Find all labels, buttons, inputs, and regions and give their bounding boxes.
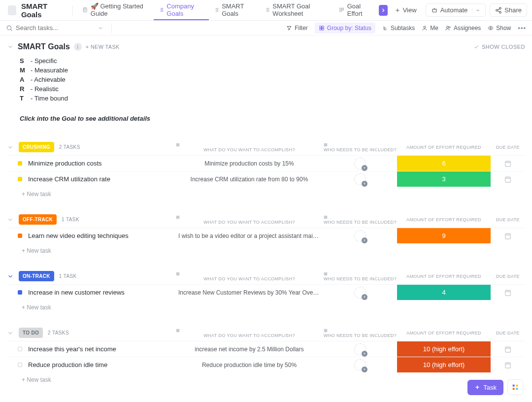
new-task-header-button[interactable]: + NEW TASK xyxy=(86,44,120,50)
automate-button[interactable]: Automate xyxy=(426,3,486,17)
col-who[interactable]: WHO NEEDS TO BE INCLUDED? xyxy=(323,215,397,225)
assignees-button[interactable]: Assignees xyxy=(445,25,481,32)
task-accomplish[interactable]: Minimize production costs by 15% xyxy=(175,160,323,167)
col-accomplish[interactable]: WHAT DO YOU WANT TO ACCOMPLISH? xyxy=(175,328,323,338)
assignee-placeholder-icon[interactable] xyxy=(354,173,366,185)
task-accomplish[interactable]: Reduce production idle time by 50% xyxy=(175,362,323,368)
assignee-placeholder-icon[interactable] xyxy=(354,158,366,169)
col-who[interactable]: WHO NEEDS TO BE INCLUDED? xyxy=(323,271,397,281)
task-name[interactable]: Increase CRM utilization rate xyxy=(28,175,175,183)
task-due[interactable] xyxy=(491,361,525,369)
col-due[interactable]: DUE DATE xyxy=(491,331,525,335)
share-button[interactable]: Share xyxy=(490,3,527,17)
assignee-placeholder-icon[interactable] xyxy=(354,359,366,371)
new-task-button[interactable]: + New task xyxy=(7,187,525,198)
show-button[interactable]: Show xyxy=(488,25,511,32)
task-effort[interactable]: 10 (high effort) xyxy=(397,341,491,357)
show-closed-button[interactable]: SHOW CLOSED xyxy=(473,44,525,50)
task-effort[interactable]: 10 (high effort) xyxy=(397,357,491,372)
task-due[interactable] xyxy=(491,175,525,183)
info-icon[interactable]: i xyxy=(74,43,82,51)
task-name[interactable]: Learn new video editing techniques xyxy=(28,232,175,239)
task-accomplish[interactable]: increase net income by 2.5 Million Dolla… xyxy=(175,346,323,353)
filter-button[interactable]: Filter xyxy=(286,25,308,32)
task-assignee[interactable] xyxy=(323,158,397,169)
col-accomplish[interactable]: WHAT DO YOU WANT TO ACCOMPLISH? xyxy=(175,142,323,152)
app-launcher-button[interactable] xyxy=(507,379,523,395)
task-name[interactable]: Increase in new customer reviews xyxy=(28,289,175,296)
tab-getting-started[interactable]: 🚀 Getting Started Guide xyxy=(77,0,154,20)
col-due[interactable]: DUE DATE xyxy=(491,145,525,150)
task-row[interactable]: Minimize production costs Minimize produ… xyxy=(7,155,525,171)
status-pill[interactable]: OFF-TRACK xyxy=(19,214,57,225)
status-square-icon[interactable] xyxy=(18,290,22,295)
more-button[interactable]: ••• xyxy=(518,24,526,32)
new-task-fab[interactable]: Task xyxy=(467,380,503,395)
status-square-icon[interactable] xyxy=(18,363,22,367)
task-assignee[interactable] xyxy=(323,343,397,355)
subtasks-button[interactable]: Subtasks xyxy=(382,25,415,32)
task-effort[interactable]: 3 xyxy=(397,171,491,187)
add-view-button[interactable]: View xyxy=(390,4,422,16)
status-pill[interactable]: ON-TRACK xyxy=(19,271,54,281)
group-by-button[interactable]: Group by: Status xyxy=(315,23,375,34)
tab-company-goals[interactable]: Company Goals xyxy=(154,0,209,20)
task-accomplish[interactable]: Increase CRM utilization rate from 80 to… xyxy=(175,176,323,183)
assignee-placeholder-icon[interactable] xyxy=(354,343,366,355)
chevron-down-icon[interactable] xyxy=(7,330,14,336)
search-input[interactable] xyxy=(16,24,75,32)
me-button[interactable]: Me xyxy=(422,25,438,32)
col-effort[interactable]: AMOUNT OF EFFORT REQUIRED xyxy=(397,145,491,150)
chevron-down-icon[interactable] xyxy=(7,273,14,280)
status-square-icon[interactable] xyxy=(18,161,22,166)
status-square-icon[interactable] xyxy=(18,347,22,351)
task-due[interactable] xyxy=(491,345,525,353)
status-square-icon[interactable] xyxy=(18,234,22,238)
assignee-placeholder-icon[interactable] xyxy=(354,230,366,242)
task-row[interactable]: Increase this year's net income increase… xyxy=(7,341,525,357)
task-assignee[interactable] xyxy=(323,287,397,299)
task-row[interactable]: Reduce production idle time Reduce produ… xyxy=(7,357,525,372)
task-effort[interactable]: 9 xyxy=(397,228,491,243)
task-due[interactable] xyxy=(491,289,525,297)
task-row[interactable]: Learn new video editing techniques I wis… xyxy=(7,228,525,243)
col-accomplish[interactable]: WHAT DO YOU WANT TO ACCOMPLISH? xyxy=(175,215,323,225)
automate-caret[interactable] xyxy=(472,8,483,13)
tab-worksheet[interactable]: SMART Goal Worksheet xyxy=(260,0,334,20)
task-effort[interactable]: 4 xyxy=(397,285,491,300)
chevron-down-icon[interactable] xyxy=(7,144,14,151)
task-name[interactable]: Increase this year's net income xyxy=(28,345,175,353)
col-effort[interactable]: AMOUNT OF EFFORT REQUIRED xyxy=(397,217,491,222)
status-square-icon[interactable] xyxy=(18,177,22,181)
tab-smart-goals[interactable]: SMART Goals xyxy=(209,0,260,20)
col-effort[interactable]: AMOUNT OF EFFORT REQUIRED xyxy=(397,274,491,279)
new-task-button[interactable]: + New task xyxy=(7,243,525,254)
chevron-down-icon[interactable] xyxy=(7,216,14,223)
task-name[interactable]: Minimize production costs xyxy=(28,160,175,167)
status-pill[interactable]: CRUSHING xyxy=(19,142,54,152)
col-accomplish[interactable]: WHAT DO YOU WANT TO ACCOMPLISH? xyxy=(175,271,323,281)
chevron-down-icon[interactable] xyxy=(98,25,103,31)
task-row[interactable]: Increase CRM utilization rate Increase C… xyxy=(7,171,525,187)
tab-goal-effort[interactable]: Goal Effort xyxy=(334,0,376,20)
tabs-next-button[interactable] xyxy=(379,5,388,16)
task-assignee[interactable] xyxy=(323,230,397,242)
chevron-down-icon[interactable] xyxy=(7,43,14,50)
col-due[interactable]: DUE DATE xyxy=(491,274,525,279)
col-due[interactable]: DUE DATE xyxy=(491,217,525,222)
task-effort[interactable]: 6 xyxy=(397,156,491,171)
col-effort[interactable]: AMOUNT OF EFFORT REQUIRED xyxy=(397,331,491,335)
assignee-placeholder-icon[interactable] xyxy=(354,287,366,299)
status-pill[interactable]: TO DO xyxy=(19,328,43,338)
task-name[interactable]: Reduce production idle time xyxy=(28,361,175,368)
task-assignee[interactable] xyxy=(323,359,397,371)
new-task-button[interactable]: + New task xyxy=(7,300,525,311)
task-row[interactable]: Increase in new customer reviews Increas… xyxy=(7,284,525,300)
task-accomplish[interactable]: Increase New Customer Reviews by 30% Yea… xyxy=(175,289,323,296)
col-who[interactable]: WHO NEEDS TO BE INCLUDED? xyxy=(323,142,397,152)
col-who[interactable]: WHO NEEDS TO BE INCLUDED? xyxy=(323,328,397,338)
new-task-button[interactable]: + New task xyxy=(7,372,525,383)
task-accomplish[interactable]: I wish to be a video editor or a project… xyxy=(175,233,323,239)
task-assignee[interactable] xyxy=(323,173,397,185)
task-due[interactable] xyxy=(491,160,525,168)
